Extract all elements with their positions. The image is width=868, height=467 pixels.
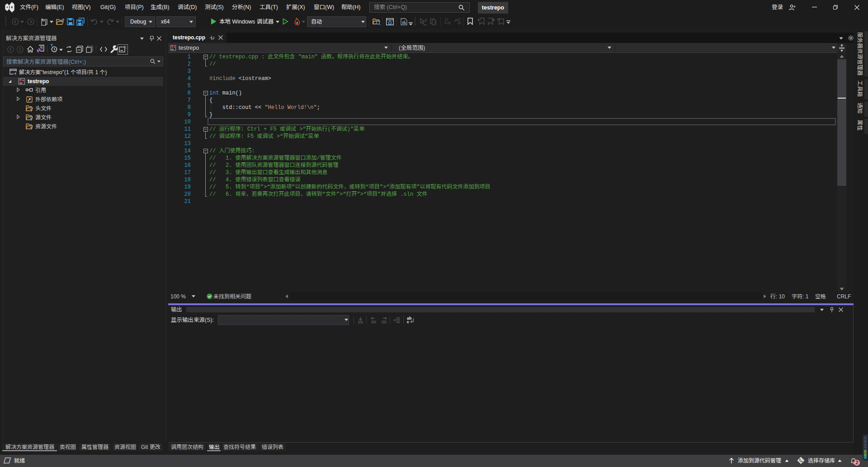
svg-text:c: c — [407, 320, 409, 324]
